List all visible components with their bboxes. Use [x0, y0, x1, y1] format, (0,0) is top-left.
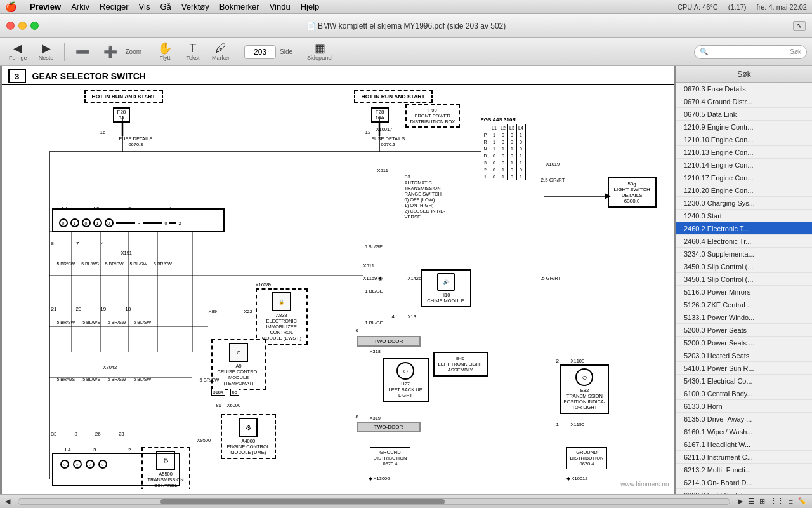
sidebar-item-s18[interactable]: 5126.0 ZKE Central ...	[676, 298, 812, 311]
auto-trans-label: S3AUTOMATICTRANSMISSIONRANGE SWITCH0) OF…	[405, 174, 445, 220]
status-left-arrow[interactable]: ◀	[5, 497, 10, 505]
contact-1: 1	[70, 218, 79, 227]
menu-hjelp[interactable]: Hjelp	[301, 2, 320, 11]
menu-ga[interactable]: Gå	[160, 2, 171, 11]
cruise-symbol: ⊙	[229, 343, 248, 362]
label-1-right: 1	[556, 422, 559, 427]
menu-rediger[interactable]: Rediger	[100, 2, 129, 11]
sidebar-item-s7[interactable]: 1210.14 Engine Con...	[676, 159, 812, 171]
menu-verktoy[interactable]: Verktøy	[181, 2, 209, 11]
hot-box-right: HOT IN RUN AND START	[354, 90, 433, 103]
view-icon-2[interactable]: ⊞	[759, 497, 765, 505]
sidebar-item-s9[interactable]: 1210.20 Engine Con...	[676, 184, 812, 197]
sidebar-item-s33[interactable]: 6300.0 Light Switch ...	[676, 489, 812, 494]
label-65: 65	[230, 389, 239, 396]
sidebar-item-s32[interactable]: 6214.0 On- Board D...	[676, 476, 812, 489]
view-icon-5[interactable]: ✏️	[798, 497, 807, 505]
x8042-label: X8042	[103, 364, 117, 370]
sidebar-item-s1[interactable]: 0670.3 Fuse Details	[676, 83, 812, 95]
minimize-button[interactable]	[18, 22, 27, 30]
menu-arkiv[interactable]: Arkiv	[71, 2, 89, 11]
page-number-input[interactable]: 203	[247, 48, 273, 57]
chime-module-box: 🔊 H10CHIME MODULE	[421, 269, 471, 307]
pdf-icon: 📄	[306, 22, 316, 30]
search-wrap: 🔍 Søk	[694, 45, 807, 59]
text-icon: T	[190, 43, 197, 54]
separator-3	[239, 43, 239, 61]
trans-indicator-symbol: ○	[575, 368, 593, 386]
side-label: Side	[280, 48, 292, 55]
text-button[interactable]: T Tekst	[180, 41, 206, 64]
sidebar-item-s15[interactable]: 3450.0 Slip Control (...	[676, 260, 812, 273]
contact-0-mid: 0	[82, 218, 91, 227]
label-l1-top: L1	[167, 206, 173, 211]
sidebar-item-s29[interactable]: 6167.1 Headlight W...	[676, 438, 812, 451]
sidebar-item-s21[interactable]: 5200.0 Power Seats ...	[676, 337, 812, 349]
x1100-label: X1100	[571, 358, 585, 364]
sidebar-item-s6[interactable]: 1210.13 Engine Con...	[676, 146, 812, 159]
sidebar-item-s28[interactable]: 6160.1 Wiper/ Wash...	[676, 425, 812, 438]
fuse-f28-10a: F2810A	[371, 107, 389, 123]
back-button[interactable]: ◀ Forrige	[5, 41, 31, 64]
x89-label: X89	[209, 309, 217, 314]
x511-label: X511	[377, 168, 389, 173]
sidebar-item-s11[interactable]: 1240.0 Start	[676, 210, 812, 222]
menu-vindu[interactable]: Vindu	[270, 2, 291, 11]
menu-vis[interactable]: Vis	[139, 2, 150, 11]
close-button[interactable]	[6, 22, 15, 30]
sidebar-item-s16[interactable]: 3450.1 Slip Control (...	[676, 273, 812, 286]
sidebar-item-s8[interactable]: 1210.17 Engine Con...	[676, 171, 812, 184]
x1169-label: X1169 ◉	[363, 276, 383, 281]
sidebar-item-s5[interactable]: 1210.10 Engine Con...	[676, 133, 812, 146]
x319-label: X319	[370, 415, 381, 421]
menu-bokmerker[interactable]: Bokmerker	[219, 2, 259, 11]
marker-button[interactable]: 🖊 Marker	[208, 41, 233, 64]
watermark: www.bimmers.no	[620, 481, 669, 488]
view-icon-3[interactable]: ⋮⋮	[770, 497, 784, 505]
sidebar-item-s4[interactable]: 1210.9 Engine Contr...	[676, 121, 812, 133]
sidebar-item-s26[interactable]: 6133.0 Horn	[676, 400, 812, 413]
contact-0-left: 0	[59, 218, 68, 227]
sidebar-item-s14[interactable]: 3234.0 Supplementa...	[676, 248, 812, 260]
sidebar-item-s27[interactable]: 6135.0 Drive- Away ...	[676, 413, 812, 425]
sidebar-item-s19[interactable]: 5133.1 Power Windo...	[676, 311, 812, 324]
wire-1blge-lower: 1 BL/GE	[365, 320, 383, 326]
forward-button[interactable]: ▶ Neste	[34, 41, 59, 64]
zoom-in-button[interactable]: ➕	[98, 41, 123, 64]
fullscreen-button[interactable]: ⤡	[793, 21, 806, 31]
status-right-arrow[interactable]: ▶	[738, 497, 743, 505]
x1190-label: X1190	[571, 422, 585, 427]
cruise-control-box: ⊙ A9CRUISE CONTROLMODULE(TEMPOMAT)	[211, 339, 266, 390]
sidebar-toggle-button[interactable]: ▦ Sidepanel	[303, 41, 336, 64]
wire-grrt-mid: .5 GR/RT	[541, 276, 561, 281]
pdf-title: GEAR SELECTOR SWITCH	[32, 71, 146, 81]
contact-0-r2: 0	[105, 218, 114, 227]
apple-menu[interactable]: 🍎	[5, 1, 17, 13]
view-icon-4[interactable]: ≡	[789, 498, 793, 505]
sidebar-item-s20[interactable]: 5200.0 Power Seats	[676, 324, 812, 337]
view-icon-1[interactable]: ☰	[748, 497, 754, 505]
sidebar-item-s17[interactable]: 5116.0 Power Mirrors	[676, 286, 812, 298]
ground-dist-left: GROUNDDISTRIBUTION0670.4	[370, 447, 411, 469]
maximize-button[interactable]	[30, 22, 39, 30]
search-input[interactable]	[711, 48, 787, 57]
sidebar-item-s10[interactable]: 1230.0 Charging Sys...	[676, 197, 812, 210]
sidebar-item-s3[interactable]: 0670.5 Data Link	[676, 108, 812, 121]
sidebar-item-s31[interactable]: 6213.2 Multi- Functi...	[676, 464, 812, 476]
sidebar-item-s30[interactable]: 6211.0 Instrument C...	[676, 451, 812, 464]
sidebar-list[interactable]: 0670.3 Fuse Details0670.4 Ground Distr..…	[676, 83, 812, 494]
zoom-out-button[interactable]: ➖	[70, 41, 95, 64]
app-name: Preview	[30, 2, 61, 11]
number-labels-row: 874	[51, 241, 104, 246]
scroll-bar[interactable]	[18, 498, 730, 505]
sidebar-item-s25[interactable]: 6100.0 Central Body...	[676, 387, 812, 400]
label-4: 4	[392, 314, 395, 319]
move-button[interactable]: ✋ Flytt	[152, 41, 178, 64]
sidebar-item-s12[interactable]: 2460.2 Electronic T...	[676, 222, 812, 235]
sidebar-item-s22[interactable]: 5203.0 Heated Seats	[676, 349, 812, 362]
sidebar-item-s23[interactable]: 5410.1 Power Sun R...	[676, 362, 812, 375]
sidebar-item-s13[interactable]: 2460.4 Electronic Tr...	[676, 235, 812, 248]
x10017-label: X10017	[376, 126, 393, 132]
sidebar-item-s24[interactable]: 5430.1 Electrical Co...	[676, 375, 812, 387]
sidebar-item-s2[interactable]: 0670.4 Ground Distr...	[676, 95, 812, 108]
